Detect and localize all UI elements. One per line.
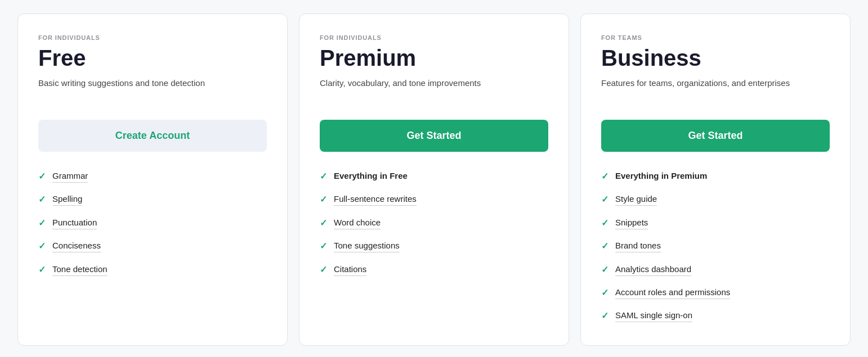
plan-audience-premium: FOR INDIVIDUALS — [320, 34, 548, 41]
check-icon: ✓ — [601, 217, 609, 229]
plan-name-business: Business — [601, 46, 830, 70]
plans-container: FOR INDIVIDUALSFreeBasic writing suggest… — [17, 13, 851, 346]
plan-cta-business[interactable]: Get Started — [601, 120, 830, 152]
list-item: ✓Everything in Premium — [601, 170, 830, 183]
feature-text-premium-4: Citations — [334, 263, 366, 276]
features-list-premium: ✓Everything in Free✓Full-sentence rewrit… — [320, 170, 548, 276]
list-item: ✓Snippets — [601, 216, 830, 229]
feature-text-premium-3: Tone suggestions — [334, 239, 400, 252]
plan-name-premium: Premium — [320, 46, 548, 70]
feature-text-premium-1: Full-sentence rewrites — [334, 193, 417, 206]
feature-text-premium-0: Everything in Free — [334, 170, 408, 182]
check-icon: ✓ — [601, 310, 609, 322]
check-icon: ✓ — [38, 170, 46, 183]
check-icon: ✓ — [601, 193, 609, 206]
list-item: ✓Conciseness — [38, 239, 267, 252]
list-item: ✓Everything in Free — [320, 170, 548, 183]
plan-cta-premium[interactable]: Get Started — [320, 120, 548, 152]
feature-text-free-4: Tone detection — [52, 263, 108, 276]
check-icon: ✓ — [601, 264, 609, 276]
feature-text-free-2: Punctuation — [52, 216, 97, 229]
check-icon: ✓ — [320, 170, 327, 183]
check-icon: ✓ — [601, 170, 609, 183]
check-icon: ✓ — [38, 240, 46, 252]
plan-audience-business: FOR TEAMS — [601, 34, 830, 41]
plan-description-business: Features for teams, organizations, and e… — [601, 77, 830, 104]
plan-description-free: Basic writing suggestions and tone detec… — [38, 77, 267, 104]
check-icon: ✓ — [320, 264, 327, 276]
check-icon: ✓ — [38, 264, 46, 276]
list-item: ✓Style guide — [601, 193, 830, 206]
list-item: ✓Full-sentence rewrites — [320, 193, 548, 206]
feature-text-business-5: Account roles and permissions — [615, 286, 730, 299]
check-icon: ✓ — [38, 193, 46, 206]
plan-audience-free: FOR INDIVIDUALS — [38, 34, 267, 41]
feature-text-business-3: Brand tones — [615, 239, 661, 252]
list-item: ✓Punctuation — [38, 216, 267, 229]
list-item: ✓Grammar — [38, 170, 267, 183]
list-item: ✓Brand tones — [601, 239, 830, 252]
check-icon: ✓ — [38, 217, 46, 229]
feature-text-free-3: Conciseness — [52, 239, 101, 252]
list-item: ✓Tone suggestions — [320, 239, 548, 252]
list-item: ✓Tone detection — [38, 263, 267, 276]
check-icon: ✓ — [601, 287, 609, 299]
feature-text-business-2: Snippets — [615, 216, 648, 229]
list-item: ✓Word choice — [320, 216, 548, 229]
list-item: ✓Account roles and permissions — [601, 286, 830, 299]
feature-text-business-0: Everything in Premium — [615, 170, 707, 182]
check-icon: ✓ — [601, 240, 609, 252]
feature-text-business-4: Analytics dashboard — [615, 263, 691, 276]
features-list-business: ✓Everything in Premium✓Style guide✓Snipp… — [601, 170, 830, 323]
feature-text-business-1: Style guide — [615, 193, 657, 206]
feature-text-premium-2: Word choice — [334, 216, 381, 229]
feature-text-free-0: Grammar — [52, 170, 88, 183]
list-item: ✓Analytics dashboard — [601, 263, 830, 276]
features-list-free: ✓Grammar✓Spelling✓Punctuation✓Concisenes… — [38, 170, 267, 276]
plan-description-premium: Clarity, vocabulary, and tone improvemen… — [320, 77, 548, 104]
plan-card-business: FOR TEAMSBusinessFeatures for teams, org… — [580, 13, 851, 346]
list-item: ✓Citations — [320, 263, 548, 276]
plan-name-free: Free — [38, 46, 267, 70]
check-icon: ✓ — [320, 240, 327, 252]
list-item: ✓Spelling — [38, 193, 267, 206]
check-icon: ✓ — [320, 193, 327, 206]
plan-card-premium: FOR INDIVIDUALSPremiumClarity, vocabular… — [299, 13, 569, 346]
plan-cta-free[interactable]: Create Account — [38, 120, 267, 152]
check-icon: ✓ — [320, 217, 327, 229]
feature-text-free-1: Spelling — [52, 193, 82, 206]
list-item: ✓SAML single sign-on — [601, 309, 830, 322]
feature-text-business-6: SAML single sign-on — [615, 309, 692, 322]
plan-card-free: FOR INDIVIDUALSFreeBasic writing suggest… — [17, 13, 288, 346]
